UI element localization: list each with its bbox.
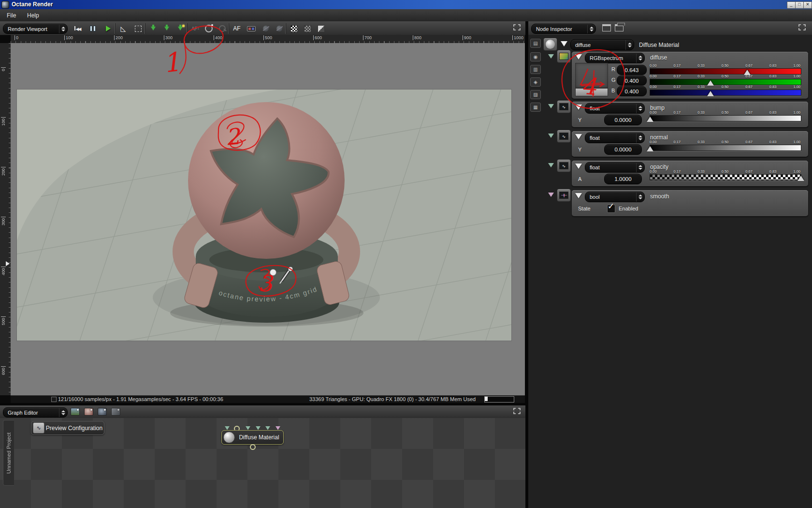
opacity-type-combo[interactable]: float [585,162,645,173]
show-image-nodes-icon[interactable] [71,408,80,416]
opacity-node-button[interactable]: ∿ [557,159,571,172]
normal-node-button[interactable]: ∿ [557,130,571,143]
collapse-rgb-icon[interactable] [575,54,582,60]
render-preview[interactable]: octane preview - 4cm grid [17,90,511,341]
pause-icon[interactable] [87,24,99,33]
inspector-panel-select[interactable]: Node Inspector [531,24,596,34]
lens-a-icon[interactable] [260,24,272,33]
bump-value[interactable]: 0.0000 [604,115,642,125]
alpha-checker-bright-icon[interactable] [288,24,300,33]
root-node-combo[interactable]: diffuse [570,39,634,50]
normal-type-combo[interactable]: float [585,133,645,143]
minimize-button[interactable]: _ [787,1,796,9]
material-node-output-ring[interactable] [250,444,256,450]
stack-image-icon[interactable]: ▤ [530,39,541,48]
combo-spinner[interactable] [636,163,644,172]
save-render-state-icon[interactable] [161,24,173,33]
viewport-expand-icon[interactable] [513,24,521,30]
stack-camera-icon[interactable]: ◉ [530,52,541,61]
rgb-node-button[interactable] [557,50,571,63]
show-mesh-nodes-icon[interactable] [111,408,120,416]
maximize-button[interactable]: □ [795,1,804,9]
project-tab[interactable]: Unnamed Project [3,420,14,486]
material-node-input-pin[interactable] [265,426,270,430]
material-node-input-pin[interactable] [246,426,250,430]
collapse-root-icon[interactable] [561,41,567,46]
value-g[interactable]: 0.400 [617,75,647,86]
dock-window-icon[interactable] [615,24,624,31]
close-button[interactable]: ✕ [803,1,812,9]
combo-spinner[interactable] [59,24,67,33]
viewport-panel-select[interactable]: Render Viewport [3,24,68,34]
fold-opacity-icon[interactable] [548,163,554,167]
opacity-value[interactable]: 1.0000 [604,174,642,184]
material-node-input-pin[interactable] [256,426,261,430]
status-gpu: 33369 Triangles - GPU: Quadro FX 1800 (0… [309,396,476,402]
graph-panel-select[interactable]: Graph Editor [3,407,68,418]
bump-slider[interactable] [650,115,801,121]
stack-picture-icon[interactable]: ▨ [530,90,541,99]
material-preview-button[interactable] [543,38,557,51]
bump-type-combo[interactable]: float [585,103,645,114]
opacity-slider[interactable] [650,174,801,180]
stereo-glasses-icon[interactable] [246,24,257,33]
color-swatch[interactable] [575,63,608,88]
menu-file[interactable]: File [4,11,19,20]
show-texture-nodes-icon[interactable] [98,408,107,416]
material-ball-icon [223,432,235,443]
fold-diffuse-icon[interactable] [548,54,554,59]
combo-spinner[interactable] [625,40,634,50]
save-image-icon[interactable] [147,24,159,33]
value-b[interactable]: 0.400 [617,86,647,96]
float-window-icon[interactable] [602,24,611,31]
save-lighting-icon[interactable] [174,24,186,33]
rgb-type-combo[interactable]: RGBspectrum [585,53,645,63]
collapse-smooth-icon[interactable] [575,193,582,198]
value-r[interactable]: 0.643 [617,65,647,75]
combo-spinner[interactable] [636,104,644,113]
status-samples: 121/16000 samples/px - 1.91 Megasamples/… [58,396,223,402]
stack-film-icon[interactable]: ▥ [530,65,541,74]
combo-spinner[interactable] [587,24,595,33]
slider-b[interactable] [650,90,801,96]
bump-node-button[interactable]: ∿ [557,100,571,113]
memory-progress-bar [484,396,514,403]
collapse-normal-icon[interactable] [575,134,582,139]
fold-normal-icon[interactable] [548,134,554,138]
collapse-opacity-icon[interactable] [575,164,582,169]
autofocus-icon[interactable]: AF [231,24,243,33]
imager-icon[interactable]: ◺ [117,24,129,33]
whitebalance-pick-icon[interactable] [203,24,215,33]
title-bar[interactable]: Octane Render _ □ ✕ [0,0,812,9]
color-swatch-value-bar[interactable] [575,88,608,96]
graph-expand-icon[interactable] [513,408,521,414]
fit-region-icon[interactable] [132,24,144,33]
collapse-bump-icon[interactable] [575,105,582,110]
normal-value[interactable]: 0.0000 [604,144,642,155]
material-pick-icon[interactable] [217,24,228,33]
fold-bump-icon[interactable] [548,104,554,108]
show-material-nodes-icon[interactable] [84,408,93,416]
material-node-input-pin-bool[interactable] [276,426,280,430]
combo-spinner[interactable] [636,192,644,202]
alpha-checker-dim-icon[interactable] [302,24,313,33]
material-node-input-pin[interactable] [225,426,230,430]
play-icon[interactable] [102,24,114,33]
combo-spinner[interactable] [636,133,644,143]
preview-configuration-node[interactable]: ∿ Preview Configuration [31,421,104,435]
diffuse-material-node[interactable]: Diffuse Material [221,430,284,445]
smooth-node-button[interactable]: ⊣|⊢ [557,189,571,202]
autofocus-pick-icon[interactable]: AF¹ [189,24,201,33]
menu-help[interactable]: Help [24,11,42,20]
fold-smooth-icon[interactable] [548,193,554,197]
smooth-type-combo[interactable]: bool [585,192,645,202]
lens-b-icon[interactable] [274,24,285,33]
combo-spinner[interactable] [59,408,67,417]
stack-graph-icon[interactable]: ▦ [530,103,541,112]
normal-slider[interactable] [650,145,801,151]
combo-spinner[interactable] [636,53,644,63]
background-half-icon[interactable] [315,24,327,33]
stack-mesh-icon[interactable]: ◈ [530,77,541,87]
restart-icon[interactable]: ◀◀ [72,24,83,33]
inspector-expand-icon[interactable] [798,24,806,30]
